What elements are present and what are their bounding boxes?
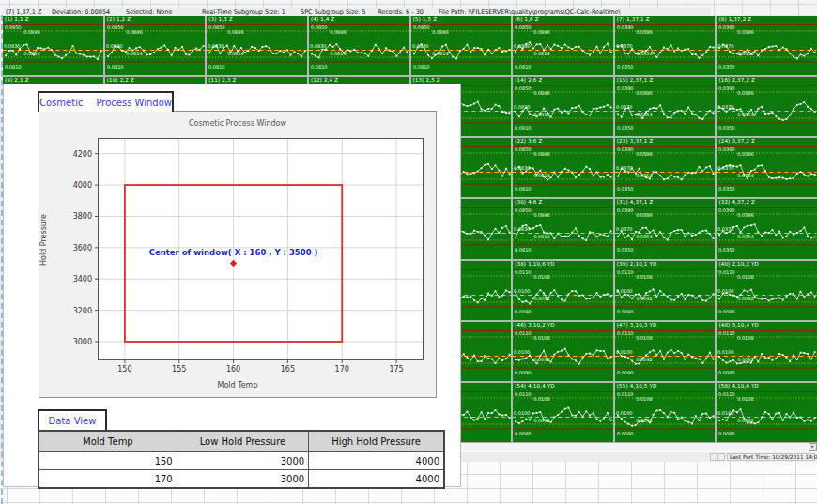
svg-text:0.0350: 0.0350 — [718, 64, 735, 69]
spc-chart-cell[interactable]: (40) 2,10,2 YD0.01100.01080.01000.00920.… — [717, 261, 817, 320]
svg-text:0.0814: 0.0814 — [533, 235, 550, 240]
spc-chart-cell[interactable]: (22) 3,6 Z0.08500.08460.08300.08140.0810 — [513, 138, 613, 197]
tab-label-process-window: Process Window — [96, 98, 172, 108]
spc-chart-cell[interactable]: (16) 2,37,2 Z0.03900.03860.03700.03540.0… — [717, 77, 817, 136]
svg-text:0.0108: 0.0108 — [636, 274, 653, 280]
scroll-right-arrow-icon[interactable]: ▸ — [809, 443, 817, 451]
spc-chart-cell[interactable]: (48) 3,10,4 YD0.01100.01080.01000.00920.… — [717, 322, 817, 381]
svg-text:0.0386: 0.0386 — [636, 91, 653, 97]
spc-chart-title: (56) 4,10,6 YD — [717, 383, 817, 389]
svg-text:0.0814: 0.0814 — [533, 52, 550, 57]
spc-chart-plot: 0.08500.08460.08300.08140.0810 — [513, 145, 613, 197]
spc-chart-cell[interactable]: (39) 2,10,1 YD0.01100.01080.01000.00920.… — [615, 261, 716, 320]
svg-text:0.0846: 0.0846 — [23, 30, 40, 36]
svg-text:0.0850: 0.0850 — [515, 147, 532, 153]
svg-text:0.0370: 0.0370 — [616, 226, 633, 232]
spc-chart-title: (46) 3,10,2 YD — [513, 322, 613, 328]
tab-cosmetic-process-window[interactable]: Cosmetic Process Window — [38, 91, 174, 112]
spc-chart-plot: 0.01100.01080.01000.00920.0090 — [615, 389, 716, 442]
svg-text:0.0810: 0.0810 — [515, 247, 532, 252]
svg-text:0.0386: 0.0386 — [738, 152, 755, 158]
svg-text:0.0100: 0.0100 — [717, 349, 734, 355]
spc-chart-plot: 0.03900.03860.03700.03540.0350 — [717, 145, 817, 197]
svg-text:0.0110: 0.0110 — [617, 269, 634, 275]
svg-text:0.0100: 0.0100 — [514, 349, 531, 355]
tab-data-view[interactable]: Data View — [38, 409, 107, 430]
svg-text:0.0390: 0.0390 — [718, 25, 735, 31]
svg-text:0.0386: 0.0386 — [738, 30, 755, 36]
svg-text:0.0108: 0.0108 — [738, 396, 755, 402]
spc-chart-plot: 0.01100.01080.01000.00920.0090 — [717, 267, 817, 320]
svg-text:0.0846: 0.0846 — [227, 30, 244, 36]
table-cell[interactable]: 4000 — [309, 470, 444, 489]
spc-chart-cell[interactable]: (6) 1,6 Z0.08500.08460.08300.08140.0810 — [513, 16, 613, 75]
spc-chart-cell[interactable]: (30) 4,6 Z0.08500.08460.08300.08140.0810 — [513, 199, 613, 258]
spc-chart-cell[interactable]: (3) 1,3 Z0.08500.08460.08300.08140.0810 — [207, 16, 307, 75]
spc-chart-cell[interactable]: (31) 4,37,1 Z0.03900.03860.03700.03540.0… — [615, 199, 716, 258]
statusbar-cell — [717, 453, 725, 461]
svg-text:0.0850: 0.0850 — [311, 25, 328, 31]
toolbar-item: Deviation: 0.00054 — [52, 8, 110, 16]
svg-text:0.0386: 0.0386 — [636, 213, 653, 219]
spc-chart-cell[interactable]: (23) 3,37,1 Z0.03900.03860.03700.03540.0… — [615, 138, 716, 197]
svg-text:0.0110: 0.0110 — [617, 330, 634, 336]
svg-text:0.0830: 0.0830 — [310, 43, 327, 49]
svg-text:0.0350: 0.0350 — [617, 125, 634, 130]
spc-chart-cell[interactable]: (32) 4,37,2 Z0.03900.03860.03700.03540.0… — [717, 199, 817, 258]
table-cell[interactable]: 3000 — [177, 452, 308, 470]
table-cell[interactable]: 170 — [39, 470, 177, 489]
svg-text:0.0386: 0.0386 — [636, 152, 653, 158]
spc-chart-title: (5) 1,5 Z — [411, 16, 512, 23]
table-row: 15030004000 — [39, 452, 444, 470]
svg-text:0.0370: 0.0370 — [717, 226, 734, 232]
svg-text:3400: 3400 — [73, 275, 92, 283]
spc-chart-cell[interactable]: (47) 3,10,3 YD0.01100.01080.01000.00920.… — [615, 322, 716, 381]
spc-chart-cell[interactable]: (15) 2,37,1 Z0.03900.03860.03700.03540.0… — [615, 77, 716, 136]
svg-text:3000: 3000 — [73, 338, 92, 346]
svg-text:0.0110: 0.0110 — [718, 269, 735, 275]
svg-text:0.0090: 0.0090 — [617, 370, 634, 375]
spc-chart-plot: 0.08500.08460.08300.08140.0810 — [207, 23, 307, 75]
svg-text:0.0814: 0.0814 — [23, 52, 40, 57]
svg-text:0.0090: 0.0090 — [515, 431, 532, 436]
spc-chart-cell[interactable]: (56) 4,10,6 YD0.01100.01080.01000.00920.… — [717, 383, 817, 442]
svg-text:0.0100: 0.0100 — [514, 410, 531, 416]
svg-text:0.0390: 0.0390 — [617, 86, 634, 92]
spc-chart-cell[interactable]: (8) 1,37,2 Z0.03900.03860.03700.03540.03… — [717, 16, 817, 75]
spc-chart-cell[interactable]: (46) 3,10,2 YD0.01100.01080.01000.00920.… — [513, 322, 613, 381]
spc-chart-cell[interactable]: (24) 3,37,2 Z0.03900.03860.03700.03540.0… — [717, 138, 817, 197]
table-row: 17030004000 — [39, 470, 444, 489]
table-cell[interactable]: 150 — [39, 452, 177, 470]
spc-chart-plot: 0.01100.01080.01000.00920.0090 — [615, 267, 716, 320]
svg-text:0.0108: 0.0108 — [533, 274, 550, 280]
spc-chart-cell[interactable]: (1) 1,1 Z0.08500.08460.08300.08140.0810 — [3, 16, 103, 75]
svg-text:0.0810: 0.0810 — [515, 125, 532, 130]
svg-text:0.0110: 0.0110 — [515, 269, 532, 275]
spc-chart-cell[interactable]: (55) 4,10,5 YD0.01100.01080.01000.00920.… — [615, 383, 716, 442]
table-cell[interactable]: 3000 — [177, 470, 308, 489]
svg-text:170: 170 — [335, 365, 349, 374]
spc-chart-plot: 0.03900.03860.03700.03540.0350 — [615, 84, 716, 136]
spc-chart-cell[interactable]: (4) 1,4 Z0.08500.08460.08300.08140.0810 — [309, 16, 409, 75]
spc-chart-cell[interactable]: (2) 1,2 Z0.08500.08460.08300.08140.0810 — [105, 16, 206, 75]
spc-chart-cell[interactable]: (54) 4,10,4 YD0.01100.01080.01000.00920.… — [513, 383, 613, 442]
toolbar-item: SPC Subgroup Size: 5 — [301, 8, 366, 16]
svg-text:0.0092: 0.0092 — [533, 357, 550, 362]
toolbar-item: (7) 1,37,1 Z — [6, 8, 41, 16]
svg-text:0.0090: 0.0090 — [515, 370, 532, 375]
spc-chart-cell[interactable]: (38) 1,10,6 YD0.01100.01080.01000.00920.… — [513, 261, 613, 320]
spc-chart-plot: 0.08500.08460.08300.08140.0810 — [513, 84, 613, 136]
y-axis-label: Hold Pressure — [39, 193, 48, 287]
svg-text:0.0850: 0.0850 — [208, 25, 225, 31]
table-cell[interactable]: 4000 — [309, 452, 444, 470]
svg-text:0.0390: 0.0390 — [617, 147, 634, 153]
spc-chart-title: (30) 4,6 Z — [513, 199, 613, 206]
svg-text:0.0110: 0.0110 — [718, 330, 735, 336]
spc-chart-plot: 0.01100.01080.01000.00920.0090 — [717, 328, 817, 381]
svg-text:0.0810: 0.0810 — [311, 64, 328, 69]
spc-chart-cell[interactable]: (5) 1,5 Z0.08500.08460.08300.08140.0810 — [411, 16, 512, 75]
spc-chart-cell[interactable]: (7) 1,37,1 Z0.03900.03860.03700.03540.03… — [615, 16, 716, 75]
svg-text:0.0350: 0.0350 — [718, 125, 735, 130]
svg-text:0.0090: 0.0090 — [515, 309, 532, 314]
spc-chart-cell[interactable]: (14) 2,6 Z0.08500.08460.08300.08140.0810 — [513, 77, 613, 136]
